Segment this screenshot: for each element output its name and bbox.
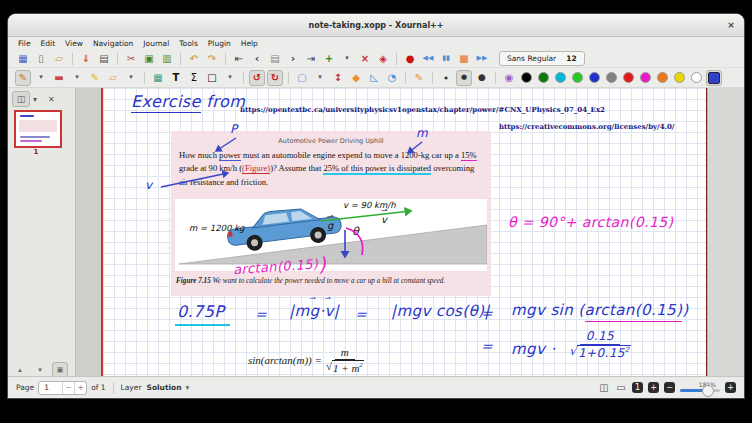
- page-1-thumbnail[interactable]: [14, 110, 62, 148]
- dual-page-view-button[interactable]: ◫: [598, 382, 610, 393]
- menu-tools[interactable]: Tools: [174, 38, 202, 49]
- thickness-medium-button[interactable]: ●: [456, 70, 472, 86]
- color-white[interactable]: [691, 72, 702, 83]
- thickness-fine-button[interactable]: ●: [438, 70, 454, 86]
- menu-file[interactable]: File: [13, 38, 36, 49]
- layer-dropdown-icon[interactable]: ▾: [186, 383, 190, 392]
- close-window-button[interactable]: ×: [725, 19, 737, 31]
- copy-button[interactable]: ▣: [141, 51, 157, 67]
- color-black[interactable]: [521, 72, 532, 83]
- color-gray[interactable]: [606, 72, 617, 83]
- insert-image-button[interactable]: ▦: [150, 70, 166, 86]
- redo-button[interactable]: ↷: [204, 51, 220, 67]
- last-page-button[interactable]: ⇥: [303, 51, 319, 67]
- previous-page-button[interactable]: ‹: [249, 51, 265, 67]
- thickness-thick-button[interactable]: ●: [474, 70, 490, 86]
- separator: [144, 72, 145, 84]
- zoom-slider[interactable]: 181%: [680, 381, 720, 392]
- zoom-out-button[interactable]: −: [664, 382, 675, 393]
- compass-button[interactable]: ◔: [384, 70, 400, 86]
- undo-button[interactable]: ↶: [186, 51, 202, 67]
- eraser-tool-button[interactable]: ▬: [51, 70, 67, 86]
- presentation-mode-button[interactable]: ▭: [615, 382, 627, 393]
- stop-audio-button[interactable]: ■: [456, 51, 472, 67]
- current-color-indicator[interactable]: [706, 70, 722, 86]
- vertical-space-button[interactable]: ↕: [330, 70, 346, 86]
- document-page[interactable]: Exercise from https://opentextbc.ca/univ…: [101, 88, 709, 380]
- open-document-button[interactable]: ▱: [51, 51, 67, 67]
- color-cyan[interactable]: [555, 72, 566, 83]
- delete-page-button[interactable]: ×: [357, 51, 373, 67]
- sidebar-caret-icon[interactable]: ▾: [33, 95, 37, 104]
- select-pdf-text-dropdown[interactable]: ▾: [123, 70, 139, 86]
- menu-plugin[interactable]: Plugin: [203, 38, 236, 49]
- pen-tool-dropdown[interactable]: ▾: [33, 70, 49, 86]
- first-page-button[interactable]: ⇤: [231, 51, 247, 67]
- new-document-button[interactable]: ▯: [33, 51, 49, 67]
- theta-equation: θ = 90°+ arctan(0.15): [508, 214, 673, 230]
- new-page-button[interactable]: +: [321, 51, 337, 67]
- select-pdf-text-button[interactable]: ▱: [105, 70, 121, 86]
- menu-edit[interactable]: Edit: [36, 38, 61, 49]
- zoom-in-button[interactable]: +: [725, 382, 736, 393]
- setsquare-button[interactable]: ◺: [366, 70, 382, 86]
- default-tool-button[interactable]: ✎: [411, 70, 427, 86]
- window-title: note-taking.xopp - Xournal++: [308, 21, 443, 30]
- fullscreen-button[interactable]: ◈: [375, 51, 391, 67]
- new-page-dropdown[interactable]: ▾: [339, 51, 355, 67]
- menu-journal[interactable]: Journal: [138, 38, 174, 49]
- menu-help[interactable]: Help: [236, 38, 263, 49]
- color-orange[interactable]: [657, 72, 668, 83]
- menu-navigation[interactable]: Navigation: [88, 38, 138, 49]
- separator: [225, 53, 226, 65]
- shape-recognizer-button[interactable]: ↺: [249, 70, 265, 86]
- record-audio-button[interactable]: ●: [402, 51, 418, 67]
- pause-audio-button[interactable]: ▮▮: [438, 51, 454, 67]
- page-spin-button[interactable]: ▤: [267, 51, 283, 67]
- zoom-fit-button[interactable]: +: [648, 382, 659, 393]
- forward-audio-button[interactable]: ▶▶: [474, 51, 490, 67]
- zoom-original-button[interactable]: 1: [632, 382, 643, 393]
- page-preview-tab[interactable]: ◫: [12, 91, 30, 107]
- math-tex-button[interactable]: Σ: [186, 70, 202, 86]
- print-button[interactable]: ▤: [96, 51, 112, 67]
- hand-tool-button[interactable]: ◆: [348, 70, 364, 86]
- next-page-button[interactable]: ›: [285, 51, 301, 67]
- eraser-tool-dropdown[interactable]: ▾: [69, 70, 85, 86]
- highlighter-tool-button[interactable]: ✎: [87, 70, 103, 86]
- page-decrement-button[interactable]: −: [62, 382, 74, 394]
- save-button[interactable]: ▦: [15, 51, 31, 67]
- zoom-slider-track[interactable]: [680, 389, 720, 392]
- page-spinbox[interactable]: 1 − +: [38, 381, 87, 395]
- shape-tool-button[interactable]: □: [204, 70, 220, 86]
- font-button[interactable]: Sans Regular12: [499, 51, 585, 66]
- title-bar[interactable]: note-taking.xopp - Xournal++ ×: [8, 14, 744, 37]
- cut-button[interactable]: ✂: [123, 51, 139, 67]
- page-increment-button[interactable]: +: [74, 382, 86, 394]
- color-picker-button[interactable]: ◉: [501, 70, 517, 86]
- color-green[interactable]: [572, 72, 583, 83]
- vertical-scrollbar[interactable]: [707, 88, 744, 380]
- rewind-audio-button[interactable]: ◀◀: [420, 51, 436, 67]
- text-tool-button[interactable]: T: [168, 70, 184, 86]
- rect-select-button[interactable]: ▢: [294, 70, 310, 86]
- shape-tool-dropdown[interactable]: ▾: [222, 70, 238, 86]
- snap-rotation-button[interactable]: ↻: [267, 70, 283, 86]
- canvas-area[interactable]: Exercise from https://opentextbc.ca/univ…: [76, 88, 744, 380]
- menu-view[interactable]: View: [60, 38, 88, 49]
- paste-button[interactable]: ▥: [159, 51, 175, 67]
- rect-select-dropdown[interactable]: ▾: [312, 70, 328, 86]
- equals-sign: =: [481, 338, 493, 354]
- sidebar-close-icon[interactable]: ✕: [48, 95, 55, 104]
- color-red[interactable]: [623, 72, 634, 83]
- color-yellow[interactable]: [674, 72, 685, 83]
- thumbnail-stroke: [20, 136, 50, 138]
- annotation-p-label: P: [230, 122, 238, 136]
- export-pdf-button[interactable]: ⇓: [78, 51, 94, 67]
- color-blue[interactable]: [589, 72, 600, 83]
- zoom-slider-knob[interactable]: [702, 385, 714, 397]
- color-dark-green[interactable]: [538, 72, 549, 83]
- pen-tool-button[interactable]: ✎: [15, 70, 31, 86]
- layer-value[interactable]: Solution: [146, 383, 181, 392]
- color-magenta[interactable]: [640, 72, 651, 83]
